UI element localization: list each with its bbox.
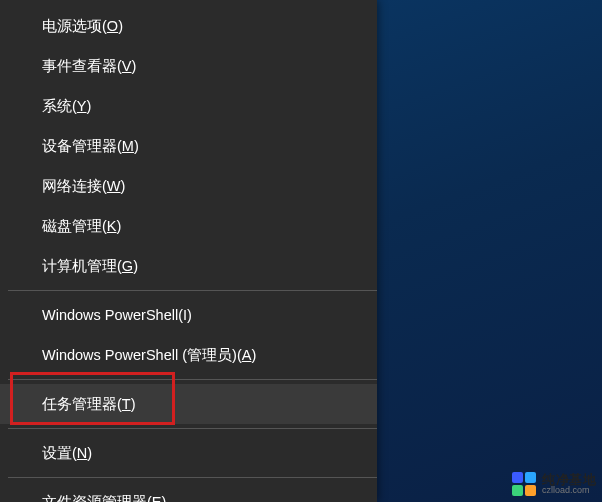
menu-divider: [8, 290, 377, 291]
menu-divider: [8, 379, 377, 380]
menu-item-hotkey: A: [242, 347, 252, 363]
menu-divider: [8, 477, 377, 478]
menu-item-5[interactable]: 磁盘管理(K): [0, 206, 377, 246]
winx-context-menu: 电源选项(O)事件查看器(V)系统(Y)设备管理器(M)网络连接(W)磁盘管理(…: [0, 0, 377, 502]
menu-item-8[interactable]: Windows PowerShell(I): [0, 295, 377, 335]
menu-item-label-after: ): [132, 58, 137, 74]
menu-item-2[interactable]: 系统(Y): [0, 86, 377, 126]
menu-item-label: Windows PowerShell(I): [42, 307, 192, 323]
menu-item-label-after: ): [251, 347, 256, 363]
menu-item-label: 文件资源管理器(: [42, 494, 152, 502]
menu-item-label: 磁盘管理(: [42, 218, 107, 234]
menu-divider: [8, 428, 377, 429]
menu-item-hotkey: M: [122, 138, 134, 154]
menu-item-hotkey: K: [107, 218, 117, 234]
watermark-logo-icon: [512, 472, 536, 496]
menu-item-label: 电源选项(: [42, 18, 107, 34]
menu-item-hotkey: E: [152, 494, 162, 502]
menu-item-hotkey: V: [122, 58, 132, 74]
menu-item-label-after: ): [134, 138, 139, 154]
menu-item-label: 系统(: [42, 98, 77, 114]
menu-item-hotkey: N: [77, 445, 87, 461]
menu-item-label-after: ): [87, 98, 92, 114]
watermark: 纯净基地 czlload.com: [512, 472, 596, 496]
menu-item-label: 事件查看器(: [42, 58, 122, 74]
menu-item-3[interactable]: 设备管理器(M): [0, 126, 377, 166]
menu-item-label: 网络连接(: [42, 178, 107, 194]
menu-item-label-after: ): [121, 178, 126, 194]
menu-item-label-after: ): [87, 445, 92, 461]
menu-item-label: 任务管理器(: [42, 396, 122, 412]
menu-item-0[interactable]: 电源选项(O): [0, 6, 377, 46]
menu-item-6[interactable]: 计算机管理(G): [0, 246, 377, 286]
menu-item-hotkey: Y: [77, 98, 87, 114]
menu-item-label: 设备管理器(: [42, 138, 122, 154]
menu-item-label-after: ): [133, 258, 138, 274]
menu-item-hotkey: T: [122, 396, 131, 412]
menu-item-hotkey: W: [107, 178, 121, 194]
menu-item-label: 设置(: [42, 445, 77, 461]
menu-item-9[interactable]: Windows PowerShell (管理员)(A): [0, 335, 377, 375]
menu-item-hotkey: O: [107, 18, 118, 34]
menu-item-label: 计算机管理(: [42, 258, 122, 274]
menu-item-4[interactable]: 网络连接(W): [0, 166, 377, 206]
menu-item-label-after: ): [131, 396, 136, 412]
menu-item-hotkey: G: [122, 258, 133, 274]
menu-item-11[interactable]: 任务管理器(T): [0, 384, 377, 424]
menu-item-label-after: ): [162, 494, 167, 502]
watermark-subtitle: czlload.com: [542, 486, 596, 495]
menu-item-1[interactable]: 事件查看器(V): [0, 46, 377, 86]
menu-item-label-after: ): [117, 218, 122, 234]
menu-item-13[interactable]: 设置(N): [0, 433, 377, 473]
menu-item-label-after: ): [118, 18, 123, 34]
menu-item-label: Windows PowerShell (管理员)(: [42, 347, 242, 363]
menu-item-15[interactable]: 文件资源管理器(E): [0, 482, 377, 502]
